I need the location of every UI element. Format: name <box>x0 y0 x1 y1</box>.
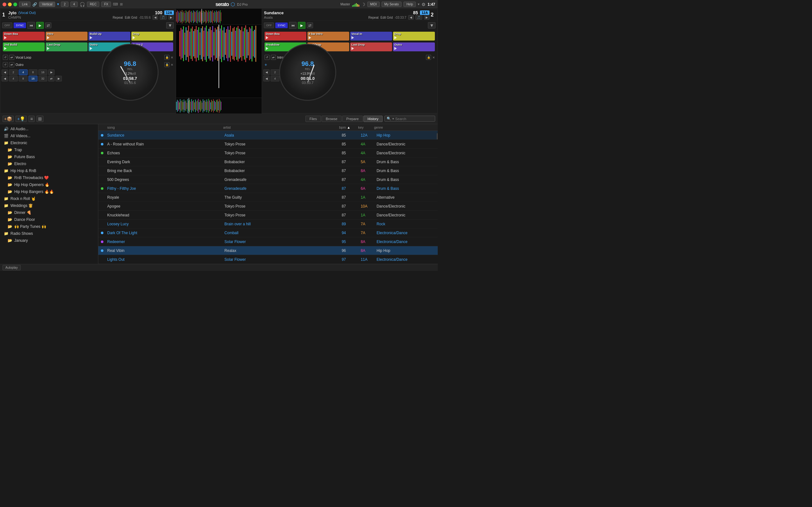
header-artist[interactable]: artist <box>223 125 339 129</box>
deck1-range-16b[interactable]: 16 <box>29 76 38 81</box>
deck1-platter[interactable]: 96.8 REL -3.2% ±8 01:58.7 01:55.6 <box>101 44 159 101</box>
track-row[interactable]: 500 Degrees Grenadesafe 87 4A Drum & Bas… <box>98 175 438 184</box>
deck2-play-btn[interactable]: ▶ <box>298 22 305 29</box>
deck2-track-btn[interactable]: 🎵 <box>415 15 422 20</box>
fx-button[interactable]: FX <box>101 2 111 7</box>
deck2-loop-btn[interactable]: ⇄ <box>307 22 313 28</box>
album-view-btn[interactable]: ⊞ <box>37 116 44 122</box>
close-button[interactable] <box>3 3 6 6</box>
deck1-loop-sync-icon[interactable]: ⇄ <box>9 55 14 60</box>
track-row[interactable]: Loosey Lucy Brain over a hill 89 7A Rock <box>98 220 438 228</box>
deck2-platter[interactable]: 96.8 REL +13.9% ±8 00:01.0 03:33.7 <box>279 44 336 101</box>
sidebar-item-weddings[interactable]: 📁 Weddings 👸 <box>0 202 98 209</box>
deck1-cue-drop[interactable]: Drop <box>131 32 173 41</box>
track-row[interactable]: Redeemer Solar Flower 95 8A Electronica/… <box>98 237 438 246</box>
track-row[interactable]: Apogee Tokyo Prose 87 10A Dance/Electron… <box>98 202 438 211</box>
sidebar-item-all-videos[interactable]: 🎬 All Videos... <box>0 132 98 139</box>
deck1-range-16[interactable]: 16 <box>38 69 47 75</box>
deck1-range-prev-1[interactable]: ◀ <box>2 69 8 75</box>
add-crate-btn[interactable]: +📦 <box>3 116 14 122</box>
header-genre[interactable]: genre <box>374 125 432 129</box>
deck2-range-prev-2[interactable]: ◀ <box>263 76 270 81</box>
sidebar-item-electro[interactable]: 📂 Electro <box>4 160 98 167</box>
deck2-loop-lock-icon[interactable]: 🔒 <box>426 55 431 60</box>
deck1-range-4[interactable]: 4 <box>19 69 28 75</box>
help-button[interactable]: Help <box>403 2 416 7</box>
tab-history[interactable]: History <box>363 116 383 122</box>
deck1-range-8b[interactable]: 8 <box>19 76 28 81</box>
deck4-btn[interactable]: 4 <box>70 2 78 7</box>
header-key[interactable]: key <box>358 125 374 129</box>
deck1-repeat[interactable]: Repeat <box>113 16 123 19</box>
deck2-loop-sync-icon[interactable]: ⇄ <box>271 55 276 60</box>
deck1-range-next-2[interactable]: ▶ <box>55 76 62 81</box>
sidebar-item-party-tunes[interactable]: 📂 🙌 Party Tunes 🙌 <box>4 223 98 230</box>
deck1-range-4b[interactable]: 4 <box>9 76 18 81</box>
rec-button[interactable]: REC <box>87 2 99 7</box>
deck2-range-2[interactable]: 2 <box>270 69 280 75</box>
deck1-loop-lock-icon[interactable]: 🔒 <box>164 55 169 60</box>
deck2-cue-8bar[interactable]: 8 bar Intro <box>307 32 349 41</box>
deck1-range-prev-2[interactable]: ◀ <box>2 76 8 81</box>
track-row[interactable]: Royale The Guilty 87 1A Alternative <box>98 193 438 202</box>
deck1-edit-grid[interactable]: Edit Grid <box>125 16 137 19</box>
deck2-edit-grid[interactable]: Edit Grid <box>380 16 393 19</box>
deck2-range-4b[interactable]: 4 <box>270 76 280 81</box>
track-row[interactable]: Bring me Back Bobabacker 87 8A Drum & Ba… <box>98 166 438 175</box>
sidebar-item-radio-shows[interactable]: 📁 Radio Shows <box>0 230 98 237</box>
deck1-loop-2-close[interactable]: ✕ <box>171 63 173 66</box>
tab-prepare[interactable]: Prepare <box>342 116 363 122</box>
track-row[interactable]: Lights Out Solar Flower 97 11A Electroni… <box>98 255 438 264</box>
deck2-cue-down-bea[interactable]: Down Bea <box>264 32 306 41</box>
deck1-play-btn[interactable]: ▶ <box>36 22 44 29</box>
deck2-next-btn[interactable]: ▶ <box>424 15 429 20</box>
my-serato-button[interactable]: My Serato <box>382 2 402 7</box>
sidebar-item-trap[interactable]: 📂 Trap <box>4 147 98 153</box>
deck2-repeat[interactable]: Repeat <box>368 16 378 19</box>
sidebar-item-future-bass[interactable]: 📂 Future Bass <box>4 153 98 160</box>
add-smartcrate-btn[interactable]: +💡 <box>15 116 27 122</box>
minimize-button[interactable] <box>8 3 12 6</box>
track-row[interactable]: A - Rose without Rain Tokyo Prose 85 4A … <box>98 140 438 149</box>
search-input[interactable] <box>395 117 438 121</box>
deck1-range-8[interactable]: 8 <box>29 69 38 75</box>
sidebar-item-hiphop-openers[interactable]: 📂 Hip Hop Openers 🔥 <box>4 181 98 188</box>
deck2-cue-outro[interactable]: Outro <box>393 43 435 51</box>
deck1-cue-2nd-build[interactable]: 2nd Build <box>3 43 45 51</box>
deck1-track-btn[interactable]: 🎵 <box>160 15 166 20</box>
deck1-cue-build-up[interactable]: Build Up <box>89 32 131 41</box>
autoplay-button[interactable]: Autoplay <box>3 265 20 270</box>
deck1-loop-btn[interactable]: ⇄ <box>45 22 51 28</box>
layout-select[interactable]: Vertical <box>39 2 55 7</box>
sidebar-item-all-audio[interactable]: 🔊 All Audio... <box>0 125 98 132</box>
deck1-loop-1-close[interactable]: ✕ <box>171 56 173 59</box>
deck1-sync-btn[interactable]: SYNC <box>14 22 26 28</box>
deck2-loop-reload-icon[interactable]: ↺ <box>264 55 270 60</box>
deck2-prev-track-btn[interactable]: ⏮ <box>289 22 297 29</box>
deck2-range-prev-1[interactable]: ◀ <box>263 69 270 75</box>
deck2-sync-btn[interactable]: SYNC <box>275 22 288 28</box>
deck1-range-2[interactable]: 2 <box>9 69 18 75</box>
deck2-cue-drop[interactable]: Drop <box>393 32 435 41</box>
track-row[interactable]: Dark Of The Light Comball 94 7A Electron… <box>98 228 438 237</box>
deck1-cue-down-bea[interactable]: Down Bea <box>3 32 45 41</box>
deck1-loop2-reload-icon[interactable]: ↺ <box>3 62 8 67</box>
track-row[interactable]: Evening Dark Bobabacker 87 5A Drum & Bas… <box>98 158 438 166</box>
deck1-range-32[interactable]: 32 <box>38 76 47 81</box>
sidebar-item-hiphop-bangers[interactable]: 📂 Hip Hop Bangers 🔥🔥 <box>4 188 98 195</box>
maximize-button[interactable] <box>13 3 17 6</box>
track-row[interactable]: Sundance Asala 85 12A Hip Hop <box>98 131 438 140</box>
deck1-prev-btn[interactable]: ◀ <box>153 15 158 20</box>
track-row[interactable]: Knucklehead Tokyo Prose 87 1A Dance/Elec… <box>98 211 438 220</box>
sidebar-item-rnb-throwbacks[interactable]: 📂 RnB Throwbacks ❤️ <box>4 174 98 181</box>
midi-button[interactable]: MIDI <box>367 2 380 7</box>
sidebar-item-dance-floor[interactable]: 📂 Dance Floor <box>4 216 98 223</box>
deck1-off-btn[interactable]: OFF <box>2 22 12 28</box>
track-row[interactable]: Echoes Tokyo Prose 85 4A Dance/Electroni… <box>98 149 438 158</box>
header-song[interactable]: song <box>107 125 223 129</box>
deck1-loop2-lock-icon[interactable]: 🔒 <box>164 62 169 67</box>
deck1-loop-reload-icon[interactable]: ↺ <box>3 55 8 60</box>
deck2-off-btn[interactable]: OFF <box>264 22 274 28</box>
deck1-eq-btn[interactable]: ▼ <box>166 22 174 29</box>
sidebar-item-rocknroll[interactable]: 📁 Rock n Roll 🤘 <box>0 195 98 202</box>
